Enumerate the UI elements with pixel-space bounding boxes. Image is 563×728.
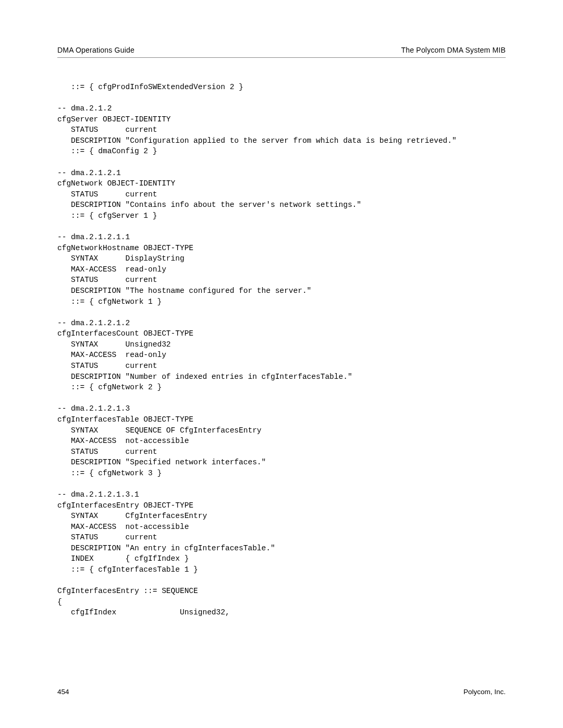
- company-name: Polycom, Inc.: [463, 688, 506, 696]
- header-left-title: DMA Operations Guide: [57, 46, 134, 54]
- page-number: 454: [57, 688, 69, 696]
- mib-code-block: ::= { cfgProdInfoSWExtendedVersion 2 } -…: [57, 82, 506, 618]
- header-right-title: The Polycom DMA System MIB: [401, 46, 506, 54]
- page-header: DMA Operations Guide The Polycom DMA Sys…: [57, 46, 506, 58]
- page-footer: 454 Polycom, Inc.: [57, 688, 506, 696]
- document-page: DMA Operations Guide The Polycom DMA Sys…: [0, 0, 563, 728]
